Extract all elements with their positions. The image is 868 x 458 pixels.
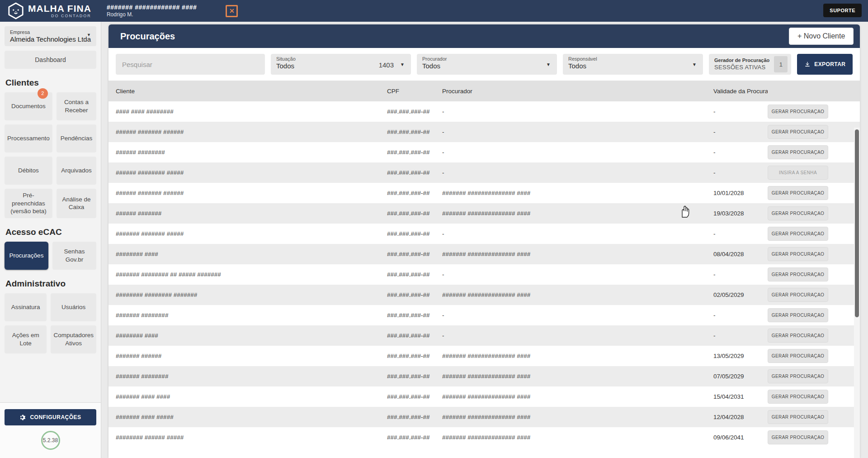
cell-cpf: ###.###.###-## — [387, 169, 442, 176]
sidebar-item-senhas-gov-br[interactable]: Senhas Gov.br — [52, 242, 96, 270]
cell-cliente: ####### ######## — [116, 312, 387, 319]
sidebar-item-arquivados[interactable]: Arquivados — [57, 157, 96, 185]
gerar-procuracao-button[interactable]: GERAR PROCURAÇAO — [768, 288, 828, 302]
cell-cliente: ####### ####### ##### — [116, 230, 387, 237]
cell-actions: GERAR PROCURAÇAO — [768, 329, 832, 343]
company-select-label: Empresa — [10, 29, 91, 35]
responsavel-label: Responsável — [568, 56, 698, 62]
section-title: Clientes — [5, 78, 95, 88]
procurador-label: Procurador — [422, 56, 552, 62]
sidebar-item-usuarios[interactable]: Usuários — [51, 293, 96, 321]
app-logo[interactable]: MALHA FINA DO CONTADOR — [7, 2, 91, 19]
sessoes-ativas-count: 1 — [774, 56, 788, 72]
insira-senha-button[interactable]: INSIRA A SENHA — [768, 166, 828, 180]
sidebar-item-pendencias[interactable]: Pendências — [57, 124, 96, 153]
support-button[interactable]: SUPORTE — [823, 4, 862, 17]
cell-validade: 19/03/2028 — [713, 210, 768, 217]
page-title: Procurações — [120, 31, 175, 42]
gerar-procuracao-button[interactable]: GERAR PROCURAÇAO — [768, 369, 828, 383]
table-row: ####### #### #######.###.###-######### #… — [108, 386, 860, 407]
gerar-procuracao-button[interactable]: GERAR PROCURAÇAO — [768, 390, 828, 404]
cell-validade: 08/04/2028 — [713, 251, 768, 258]
gerador-procuracao-status[interactable]: Gerador de Procuração SESSÕES ATIVAS 1 — [709, 54, 791, 75]
cell-cliente: ######## #### — [116, 251, 387, 258]
cell-cpf: ###.###.###-## — [387, 434, 442, 441]
sidebar-item-procuracoes[interactable]: Procurações — [5, 242, 48, 270]
certificate-missing-icon[interactable]: ✕ — [226, 5, 238, 17]
cell-validade: - — [713, 108, 768, 115]
table-row: ######## ######## ##########.###.###-###… — [108, 285, 860, 305]
company-select-value: Almeida Technologies Ltda — [10, 35, 91, 43]
cell-cliente: ######## ###### ##### — [116, 434, 387, 441]
logo-subtitle: DO CONTADOR — [51, 14, 91, 18]
user-name: Rodrigo M. — [107, 11, 197, 18]
section-title: Acesso eCAC — [5, 227, 95, 237]
cell-cpf: ###.###.###-## — [387, 373, 442, 380]
sidebar-item-documentos[interactable]: Documentos2 — [5, 92, 52, 120]
procuracoes-card: Procurações + Novo Cliente Situação Todo… — [108, 24, 860, 458]
sidebar-item-acoes-em-lote[interactable]: Ações em Lote — [5, 325, 47, 353]
company-select[interactable]: Empresa Almeida Technologies Ltda ▼ — [5, 26, 96, 46]
scrollbar-thumb[interactable] — [855, 129, 859, 317]
situacao-select[interactable]: Situação Todos 1403 ▼ — [271, 54, 411, 75]
cell-cliente: ###### ######## ##### — [116, 169, 387, 176]
gerar-procuracao-button[interactable]: GERAR PROCURAÇAO — [768, 206, 828, 220]
gerar-procuracao-button[interactable]: GERAR PROCURAÇAO — [768, 329, 828, 343]
gerar-procuracao-button[interactable]: GERAR PROCURAÇAO — [768, 308, 828, 322]
sidebar-item-analise-de-caixa[interactable]: Análise de Caixa — [57, 189, 96, 218]
sidebar-item-assinatura[interactable]: Assinatura — [5, 293, 47, 321]
cell-cliente: ###### ######## — [116, 149, 387, 156]
vertical-scrollbar[interactable] — [854, 128, 860, 458]
filter-bar: Situação Todos 1403 ▼ Procurador Todos ▼… — [108, 48, 860, 81]
table-row: ####### #### ########.###.###-######### … — [108, 407, 860, 427]
gerar-procuracao-button[interactable]: GERAR PROCURAÇAO — [768, 247, 828, 261]
sidebar-item-processamento[interactable]: Processamento — [5, 124, 52, 153]
sidebar-item-contas-a-receber[interactable]: Contas a Receber — [57, 92, 96, 120]
cell-cpf: ###.###.###-## — [387, 332, 442, 339]
gerar-procuracao-button[interactable]: GERAR PROCURAÇAO — [768, 145, 828, 159]
cell-validade: 15/04/2031 — [713, 393, 768, 400]
version-badge: 5.2.38 — [41, 431, 60, 450]
gerar-procuracao-button[interactable]: GERAR PROCURAÇAO — [768, 410, 828, 424]
search-input[interactable] — [116, 54, 265, 75]
cell-validade: - — [713, 332, 768, 339]
cell-validade: - — [713, 129, 768, 135]
gerar-procuracao-button[interactable]: GERAR PROCURAÇAO — [768, 186, 828, 200]
procurador-value: Todos — [422, 62, 552, 70]
cell-cpf: ###.###.###-## — [387, 414, 442, 420]
table-row: ####### ####### ########.###.###-##--GER… — [108, 224, 860, 244]
cell-cliente: ######## #### — [116, 332, 387, 339]
cell-cliente: ####### ######## ## ##### ####### — [116, 271, 387, 278]
cell-actions: GERAR PROCURAÇAO — [768, 267, 832, 281]
sidebar-item-debitos[interactable]: Débitos — [5, 157, 52, 185]
settings-button[interactable]: CONFIGURAÇÕES — [5, 409, 96, 425]
table-row: ####### ######## ## ##### ##########.###… — [108, 264, 860, 285]
cell-actions: GERAR PROCURAÇAO — [768, 410, 832, 424]
logo-title: MALHA FINA — [28, 4, 91, 13]
sidebar-item-pre-preenchidas-versao-beta[interactable]: Pré-preenchidas (versão beta) — [5, 189, 52, 218]
sidebar-item-dashboard[interactable]: Dashboard — [5, 51, 96, 69]
cell-cpf: ###.###.###-## — [387, 393, 442, 400]
cell-actions: GERAR PROCURAÇAO — [768, 288, 832, 302]
gerar-procuracao-button[interactable]: GERAR PROCURAÇAO — [768, 105, 828, 119]
procurador-select[interactable]: Procurador Todos ▼ — [417, 54, 557, 75]
sidebar-button-grid: ProcuraçõesSenhas Gov.br — [5, 242, 96, 270]
gerar-procuracao-button[interactable]: GERAR PROCURAÇAO — [768, 267, 828, 281]
col-header-cliente: Cliente — [116, 88, 387, 95]
procuracoes-table: Cliente CPF Procurador Validade da Procu… — [108, 81, 860, 448]
responsavel-select[interactable]: Responsável Todos ▼ — [563, 54, 703, 75]
table-row: ####### ###########.###.###-######### ##… — [108, 366, 860, 386]
sidebar-item-computadores-ativos[interactable]: Computadores Ativos — [51, 325, 96, 353]
gerar-procuracao-button[interactable]: GERAR PROCURAÇAO — [768, 430, 828, 444]
gerar-procuracao-button[interactable]: GERAR PROCURAÇAO — [768, 349, 828, 363]
lion-hexagon-icon — [7, 2, 24, 19]
cell-actions: GERAR PROCURAÇAO — [768, 430, 832, 444]
gerar-procuracao-button[interactable]: GERAR PROCURAÇAO — [768, 227, 828, 241]
table-row: #### #### ###########.###.###-##--GERAR … — [108, 101, 860, 122]
export-button[interactable]: EXPORTAR — [797, 54, 853, 75]
gerar-procuracao-button[interactable]: GERAR PROCURAÇAO — [768, 125, 828, 139]
new-client-button[interactable]: + Novo Cliente — [789, 28, 854, 45]
cell-actions: INSIRA A SENHA — [768, 166, 832, 180]
situacao-count: 1403 — [379, 61, 394, 69]
table-body: #### #### ###########.###.###-##--GERAR … — [108, 101, 860, 448]
